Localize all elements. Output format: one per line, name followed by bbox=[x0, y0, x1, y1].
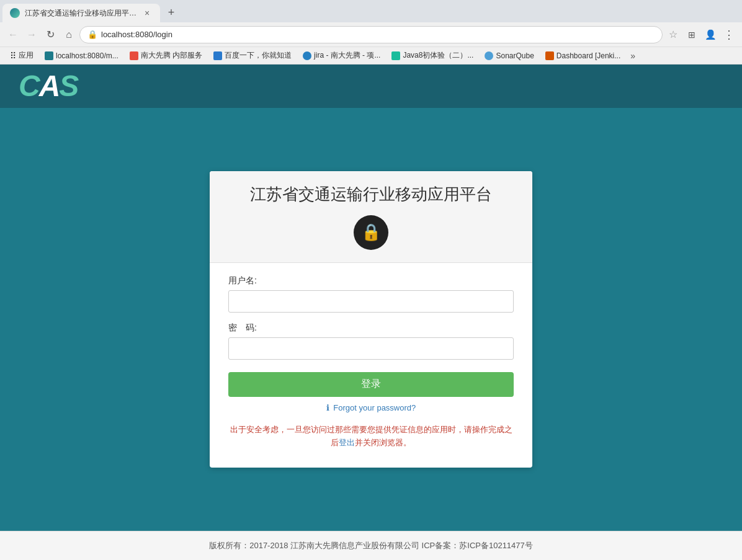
account-button[interactable]: 👤 bbox=[702, 27, 718, 43]
home-icon: ⌂ bbox=[66, 29, 72, 40]
bookmark-nanda-icon bbox=[130, 51, 138, 60]
main-content: 江苏省交通运输行业移动应用平台 🔒 用户名: 密 码: 登录 ℹ Forgot … bbox=[0, 108, 742, 531]
login-button[interactable]: 登录 bbox=[228, 372, 514, 397]
password-input[interactable] bbox=[228, 337, 514, 360]
bookmark-star-button[interactable]: ☆ bbox=[665, 27, 681, 43]
site-footer: 版权所有：2017-2018 江苏南大先腾信息产业股份有限公司 ICP备案：苏I… bbox=[0, 531, 742, 560]
lock-icon: 🔒 bbox=[87, 30, 97, 39]
bookmark-jenkins[interactable]: Dashboard [Jenki... bbox=[540, 50, 625, 61]
security-text-suffix: 并关闭浏览器。 bbox=[355, 438, 411, 447]
forgot-password-link-container: ℹ Forgot your password? bbox=[228, 403, 514, 412]
bookmark-baidu[interactable]: 百度一下，你就知道 bbox=[208, 49, 297, 62]
bookmarks-more-button[interactable]: » bbox=[627, 50, 639, 62]
help-icon: ℹ bbox=[326, 403, 329, 412]
bookmark-sonarqube-label: SonarQube bbox=[496, 51, 534, 60]
apps-grid-icon: ⠿ bbox=[10, 51, 16, 61]
tab-close-button[interactable]: × bbox=[141, 7, 153, 19]
lock-circle: 🔒 bbox=[354, 215, 388, 250]
bookmark-jenkins-icon bbox=[545, 51, 554, 60]
bookmark-java8-icon bbox=[391, 51, 400, 60]
bookmarks-bar: ⠿ 应用 localhost:8080/m... 南大先腾 内部服务 百度一下，… bbox=[0, 47, 742, 64]
tab-favicon bbox=[10, 8, 20, 18]
bookmark-apps[interactable]: ⠿ 应用 bbox=[5, 49, 38, 62]
bookmark-jira-icon bbox=[303, 51, 311, 60]
card-body: 用户名: 密 码: 登录 ℹ Forgot your password? 出于安… bbox=[210, 263, 532, 450]
bookmark-apps-label: 应用 bbox=[19, 50, 34, 61]
card-header: 江苏省交通运输行业移动应用平台 🔒 bbox=[210, 171, 532, 263]
bookmark-baidu-label: 百度一下，你就知道 bbox=[225, 50, 292, 61]
bookmark-baidu-icon bbox=[213, 51, 222, 60]
address-bar[interactable]: 🔒 localhost:8080/login bbox=[79, 26, 663, 43]
browser-chrome: 江苏省交通运输行业移动应用平… × + ← → ↻ ⌂ 🔒 localhost:… bbox=[0, 0, 742, 64]
cas-logo: CAS bbox=[19, 71, 78, 101]
forward-icon: → bbox=[27, 29, 37, 40]
chrome-menu-button[interactable]: ⋮ bbox=[721, 27, 737, 43]
page-wrapper: CAS 江苏省交通运输行业移动应用平台 🔒 用户名: 密 码: 登录 bbox=[0, 64, 742, 560]
address-text: localhost:8080/login bbox=[101, 30, 655, 39]
nav-bar: ← → ↻ ⌂ 🔒 localhost:8080/login ☆ ⊞ 👤 ⋮ bbox=[0, 22, 742, 47]
bookmark-localhost[interactable]: localhost:8080/m... bbox=[40, 50, 123, 61]
forward-button[interactable]: → bbox=[24, 27, 40, 43]
bookmark-jenkins-label: Dashboard [Jenki... bbox=[556, 51, 620, 60]
logo-s: S bbox=[59, 69, 78, 102]
password-label: 密 码: bbox=[228, 322, 514, 334]
bookmark-localhost-label: localhost:8080/m... bbox=[56, 51, 118, 60]
tab-title: 江苏省交通运输行业移动应用平… bbox=[25, 8, 136, 19]
username-input[interactable] bbox=[228, 290, 514, 313]
home-button[interactable]: ⌂ bbox=[61, 27, 77, 43]
lock-icon: 🔒 bbox=[361, 223, 381, 242]
bookmark-sonarqube-icon bbox=[485, 51, 493, 60]
bookmark-nanda[interactable]: 南大先腾 内部服务 bbox=[125, 49, 207, 62]
username-label: 用户名: bbox=[228, 275, 514, 287]
extension-icon: ⊞ bbox=[688, 30, 695, 40]
bookmark-jira-label: jira - 南大先腾 - 项... bbox=[314, 50, 380, 61]
account-icon: 👤 bbox=[705, 29, 717, 40]
bookmark-java8-label: Java8初体验（二）... bbox=[403, 50, 473, 61]
logo-a: A bbox=[39, 69, 60, 102]
extension-button[interactable]: ⊞ bbox=[684, 27, 700, 43]
logout-link[interactable]: 登出 bbox=[339, 438, 355, 447]
bookmark-localhost-icon bbox=[45, 51, 53, 60]
bookmark-jira[interactable]: jira - 南大先腾 - 项... bbox=[298, 49, 385, 62]
username-group: 用户名: bbox=[228, 275, 514, 313]
refresh-icon: ↻ bbox=[47, 29, 55, 40]
security-notice: 出于安全考虑，一旦您访问过那些需要您提供凭证信息的应用时，请操作完成之后登出并关… bbox=[228, 424, 514, 450]
star-icon: ☆ bbox=[669, 29, 677, 40]
login-card: 江苏省交通运输行业移动应用平台 🔒 用户名: 密 码: 登录 ℹ Forgot … bbox=[210, 171, 532, 468]
bookmark-nanda-label: 南大先腾 内部服务 bbox=[141, 50, 202, 61]
tab-bar: 江苏省交通运输行业移动应用平… × + bbox=[0, 0, 742, 22]
footer-text: 版权所有：2017-2018 江苏南大先腾信息产业股份有限公司 ICP备案：苏I… bbox=[209, 541, 533, 550]
bookmark-sonarqube[interactable]: SonarQube bbox=[480, 50, 539, 61]
logo-c: C bbox=[19, 69, 39, 102]
back-button[interactable]: ← bbox=[5, 27, 21, 43]
forgot-password-link[interactable]: Forgot your password? bbox=[333, 403, 416, 412]
refresh-button[interactable]: ↻ bbox=[42, 27, 58, 43]
bookmark-java8[interactable]: Java8初体验（二）... bbox=[387, 49, 478, 62]
new-tab-button[interactable]: + bbox=[163, 4, 180, 21]
page-title: 江苏省交通运输行业移动应用平台 bbox=[228, 184, 514, 205]
active-tab[interactable]: 江苏省交通运输行业移动应用平… × bbox=[2, 4, 160, 22]
back-icon: ← bbox=[8, 29, 18, 40]
password-group: 密 码: bbox=[228, 322, 514, 360]
site-header: CAS bbox=[0, 64, 742, 108]
